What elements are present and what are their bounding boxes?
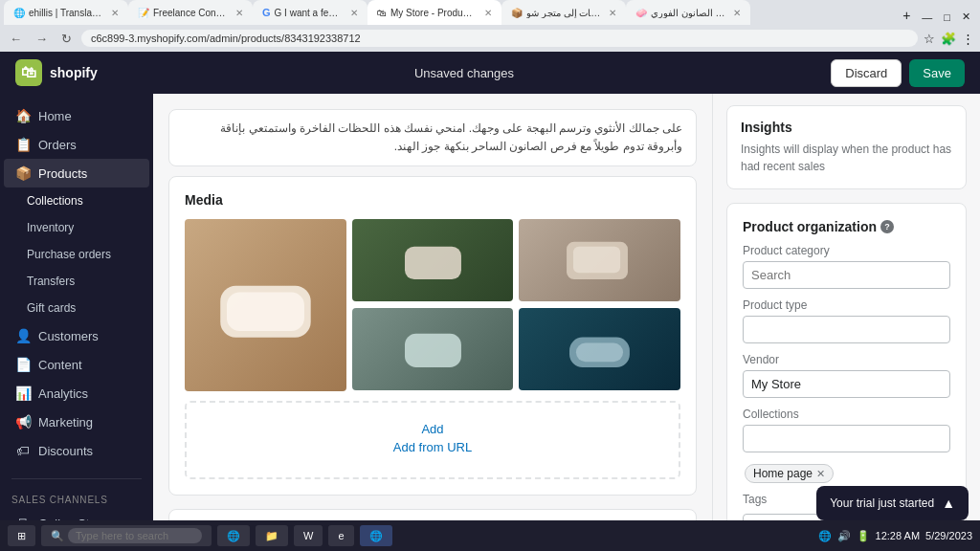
browser-tab-3[interactable]: G G I want a female tajweed te... ✕ bbox=[253, 0, 368, 25]
tab2-close[interactable]: ✕ bbox=[235, 8, 243, 18]
customers-icon: 👤 bbox=[15, 328, 31, 343]
insights-card: Insights Insights will display when the … bbox=[726, 105, 967, 189]
soap-svg-5 bbox=[535, 317, 664, 383]
media-image-4[interactable] bbox=[352, 308, 514, 390]
tab4-favicon: 🛍 bbox=[377, 8, 387, 18]
insights-text: Insights will display when the product h… bbox=[741, 141, 952, 175]
bookmark-icon[interactable]: ☆ bbox=[924, 32, 935, 46]
media-image-3[interactable] bbox=[519, 219, 680, 301]
insights-title: Insights bbox=[741, 120, 952, 135]
tab3-close[interactable]: ✕ bbox=[350, 8, 358, 18]
description-card: على جمالك الأنثوي وترسم البهجة على وجهك.… bbox=[168, 109, 697, 166]
browser-tab-6[interactable]: 🧼 قرض الصانون الفوري ✕ bbox=[626, 0, 750, 25]
sidebar-item-products[interactable]: 📦 Products bbox=[4, 159, 149, 187]
minimize-button[interactable]: — bbox=[916, 10, 938, 25]
transfers-label: Transfers bbox=[27, 275, 75, 288]
taskbar-edge-btn[interactable]: e bbox=[328, 525, 353, 545]
start-button[interactable]: ⊞ bbox=[8, 525, 35, 545]
sidebar-item-collections[interactable]: Collections bbox=[4, 187, 149, 214]
battery-icon: 🔋 bbox=[857, 530, 870, 542]
reload-button[interactable]: ↻ bbox=[57, 30, 76, 48]
media-image-5[interactable] bbox=[519, 308, 680, 390]
vendor-input[interactable] bbox=[743, 370, 950, 398]
products-icon: 📦 bbox=[15, 165, 31, 181]
network-icon: 🌐 bbox=[818, 530, 832, 542]
collections-input[interactable] bbox=[743, 425, 950, 452]
right-panel: Insights Insights will display when the … bbox=[712, 94, 980, 545]
sidebar-item-gift-cards[interactable]: Gift cards bbox=[4, 295, 149, 321]
content-icon: 📄 bbox=[15, 357, 31, 372]
product-org-info-icon[interactable]: ? bbox=[880, 220, 894, 233]
trial-banner[interactable]: Your trial just started ▲ bbox=[816, 486, 969, 520]
sidebar-item-orders[interactable]: 📋 Orders bbox=[4, 130, 149, 159]
add-media-area[interactable]: Add Add from URL bbox=[185, 401, 680, 479]
add-link[interactable]: Add bbox=[206, 422, 659, 436]
sidebar-discounts-label: Discounts bbox=[38, 444, 93, 458]
type-label: Product type bbox=[743, 298, 950, 312]
product-type-input[interactable] bbox=[743, 316, 950, 343]
sidebar-products-label: Products bbox=[38, 166, 87, 181]
sidebar-item-marketing[interactable]: 📢 Marketing bbox=[4, 408, 149, 436]
taskbar-search-input[interactable] bbox=[68, 528, 202, 543]
tab4-close[interactable]: ✕ bbox=[484, 8, 492, 18]
collections-label: Collections bbox=[743, 408, 950, 421]
tab5-close[interactable]: ✕ bbox=[609, 8, 616, 18]
top-bar: 🛍 shopify Unsaved changes Discard Save bbox=[0, 52, 980, 94]
product-org-title: Product organization ? bbox=[743, 219, 950, 234]
sidebar-item-transfers[interactable]: Transfers bbox=[4, 268, 149, 295]
sidebar-item-customers[interactable]: 👤 Customers bbox=[4, 321, 149, 350]
back-button[interactable]: ← bbox=[6, 30, 26, 48]
sidebar-analytics-label: Analytics bbox=[38, 386, 88, 401]
shopify-logo-text: shopify bbox=[50, 65, 98, 80]
tab1-favicon: 🌐 bbox=[13, 8, 25, 18]
taskbar-system-tray: 🌐 🔊 🔋 12:28 AM 5/29/2023 bbox=[818, 530, 972, 542]
sidebar-item-analytics[interactable]: 📊 Analytics bbox=[4, 379, 149, 408]
browser-tab-4[interactable]: 🛍 My Store - Products - (Sam... ✕ bbox=[368, 0, 501, 25]
windows-icon: ⊞ bbox=[17, 530, 26, 542]
taskbar-date: 5/29/2023 bbox=[925, 530, 972, 541]
extensions-icon[interactable]: 🧩 bbox=[941, 32, 956, 46]
sidebar-item-inventory[interactable]: Inventory bbox=[4, 214, 149, 241]
taskbar-chrome-btn[interactable]: 🌐 bbox=[360, 525, 392, 545]
menu-icon[interactable]: ⋮ bbox=[962, 32, 974, 46]
svg-rect-5 bbox=[405, 333, 461, 366]
collections-label: Collections bbox=[27, 194, 83, 208]
browser-tab-1[interactable]: 🌐 ehillis | Translation. Langu... ✕ bbox=[4, 0, 128, 25]
tab6-close[interactable]: ✕ bbox=[733, 8, 741, 18]
taskbar-search-button[interactable]: 🔍 bbox=[41, 525, 212, 545]
discard-button[interactable]: Discard bbox=[831, 59, 902, 87]
taskbar-browser-btn[interactable]: 🌐 bbox=[217, 525, 250, 545]
taskbar-explorer-btn[interactable]: 📁 bbox=[256, 525, 288, 545]
browser-tab-5[interactable]: 📦 إضافة منتجات إلى متجر شو... ✕ bbox=[501, 0, 626, 25]
save-button[interactable]: Save bbox=[909, 59, 965, 87]
sidebar-item-purchase-orders[interactable]: Purchase orders bbox=[4, 241, 149, 268]
taskbar-time: 12:28 AM bbox=[876, 530, 920, 541]
sidebar-customers-label: Customers bbox=[38, 329, 99, 343]
trial-text: Your trial just started bbox=[830, 496, 934, 510]
top-bar-actions: Discard Save bbox=[831, 59, 965, 87]
discounts-icon: 🏷 bbox=[15, 443, 31, 458]
close-window-button[interactable]: ✕ bbox=[956, 9, 976, 25]
analytics-icon: 📊 bbox=[15, 386, 31, 401]
media-image-1[interactable] bbox=[185, 219, 346, 391]
maximize-button[interactable]: □ bbox=[938, 10, 956, 25]
browser-tab-2[interactable]: 📝 Freelance Content Writing... ✕ bbox=[128, 0, 253, 25]
new-tab-button[interactable]: + bbox=[897, 6, 916, 25]
center-panel: على جمالك الأنثوي وترسم البهجة على وجهك.… bbox=[153, 94, 712, 545]
trial-expand-icon[interactable]: ▲ bbox=[942, 496, 955, 511]
tab1-close[interactable]: ✕ bbox=[111, 8, 119, 18]
add-from-url-link[interactable]: Add from URL bbox=[206, 440, 659, 454]
product-category-input[interactable] bbox=[743, 261, 950, 289]
url-bar[interactable]: c6c899-3.myshopify.com/admin/products/83… bbox=[81, 30, 918, 47]
forward-button[interactable]: → bbox=[32, 30, 52, 48]
sidebar-item-home[interactable]: 🏠 Home bbox=[4, 101, 149, 130]
tag-remove-button[interactable]: ✕ bbox=[816, 468, 825, 480]
sidebar-item-content[interactable]: 📄 Content bbox=[4, 350, 149, 379]
tab6-favicon: 🧼 bbox=[635, 8, 647, 18]
marketing-icon: 📢 bbox=[15, 414, 31, 430]
sidebar-item-discounts[interactable]: 🏷 Discounts bbox=[4, 436, 149, 465]
taskbar-word-btn[interactable]: W bbox=[294, 525, 323, 545]
media-image-2[interactable] bbox=[352, 219, 514, 301]
soap-svg-3 bbox=[535, 228, 664, 294]
sidebar: 🏠 Home 📋 Orders 📦 Products Collections I… bbox=[0, 94, 153, 545]
